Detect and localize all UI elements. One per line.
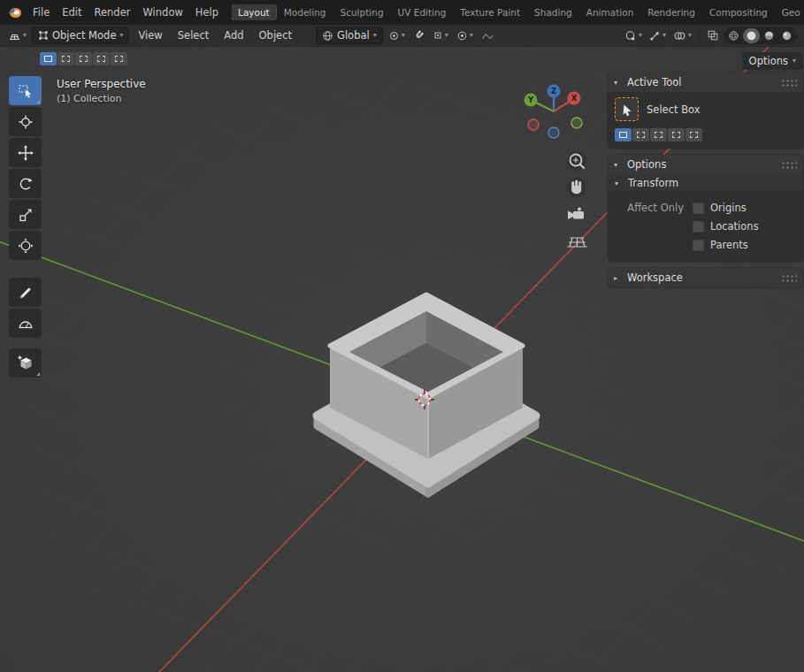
transform-orientation-selector[interactable]: Global ▾ [316,27,383,44]
select-box-icon [17,82,34,100]
tab-geometry-nodes[interactable]: Geo [776,4,800,20]
panel-options-header[interactable]: ▾ Options [608,155,803,174]
menu-help[interactable]: Help [189,4,225,21]
pan-hand-button[interactable] [571,180,581,195]
panel-options: ▾ Options ▾ Transform Affect Only Origin… [608,155,803,262]
gizmo-y-neg-axis[interactable] [571,118,582,128]
tab-sculpting[interactable]: Sculpting [334,4,390,20]
checkbox-locations[interactable] [693,221,704,233]
tool-measure[interactable] [9,309,42,338]
shading-wireframe-button[interactable] [725,28,742,43]
tool-cursor[interactable] [9,107,42,136]
menu-view[interactable]: View [132,27,168,44]
collapse-caret-icon: ▾ [615,179,623,187]
snap-settings-button[interactable]: ▾ [430,28,451,42]
gizmos-toggle[interactable]: ▾ [647,28,669,43]
select-mode-set[interactable] [615,128,632,141]
panel-drag-handle[interactable] [781,161,797,169]
tab-uv-editing[interactable]: UV Editing [392,4,453,20]
menu-add[interactable]: Add [218,27,249,44]
tab-rendering[interactable]: Rendering [641,4,701,20]
select-mode-subtract[interactable] [650,128,667,141]
select-mode-invert[interactable] [668,128,685,141]
top-menu-bar: File Edit Render Window Help Layout Mode… [0,0,804,25]
pivot-point-icon [388,30,400,42]
panel-active-tool: ▾ Active Tool Select Box [608,73,803,149]
menu-render[interactable]: Render [88,4,137,21]
select-mode-intersect[interactable] [685,128,702,141]
gizmo-z-neg-axis[interactable] [548,127,559,138]
active-tool-button[interactable] [615,97,639,121]
editor-type-button[interactable]: ▾ [5,28,29,43]
checkbox-origins-label: Origins [710,202,747,214]
gizmo-arrow-icon [649,30,661,42]
tool-options-button[interactable]: Options ▾ [742,52,803,70]
transform-subpanel-header[interactable]: ▾ Transform [608,174,803,192]
select-mode-subtract[interactable] [75,52,92,65]
rendered-sphere-icon [781,30,793,42]
tool-transform[interactable] [9,231,42,260]
tool-add-cube[interactable] [9,348,42,378]
menu-file[interactable]: File [27,4,56,21]
tool-select-box[interactable] [9,76,42,105]
menu-object[interactable]: Object [253,27,298,44]
blender-logo-icon[interactable] [4,4,25,21]
panel-drag-handle[interactable] [781,79,797,87]
proportional-editing-toggle[interactable]: ▾ [454,28,476,43]
tab-compositing[interactable]: Compositing [703,4,774,20]
xray-icon [707,29,719,42]
object-visibility-dropdown[interactable]: ▾ [622,28,645,43]
tool-annotate[interactable] [9,278,42,307]
wireframe-sphere-icon [728,30,739,42]
checkbox-parents[interactable] [693,240,704,251]
tab-modeling[interactable]: Modeling [278,4,333,20]
select-mode-intersect[interactable] [111,52,127,65]
mode-selector-label: Object Mode [52,29,116,42]
object-mode-icon [38,30,49,41]
tool-scale[interactable] [9,200,42,229]
collapse-caret-icon: ▾ [614,79,622,87]
proportional-falloff-button[interactable] [479,28,497,43]
snap-toggle[interactable] [410,27,427,43]
select-mode-extend[interactable] [632,128,649,141]
pivot-point-button[interactable]: ▾ [386,28,408,43]
select-mode-extend[interactable] [57,52,74,65]
move-tool-icon [17,144,34,162]
tab-texture-paint[interactable]: Texture Paint [454,4,526,20]
annotate-pen-icon [17,284,34,302]
shading-material-button[interactable] [761,28,777,43]
menu-edit[interactable]: Edit [56,4,88,21]
tab-shading[interactable]: Shading [528,4,578,20]
panel-active-tool-header[interactable]: ▾ Active Tool [608,73,803,92]
rotate-tool-icon [17,175,34,193]
viewport-header: ▾ Object Mode ▾ View Select Add Object G… [0,25,804,47]
add-cube-icon [17,355,34,372]
select-mode-invert[interactable] [93,52,110,65]
tab-animation[interactable]: Animation [580,4,640,20]
viewport-info-text: User Perspective (1) Collection [57,76,146,107]
menu-window[interactable]: Window [136,4,188,21]
gizmo-x-neg-axis[interactable] [528,119,539,130]
viewport-header-right: ▾ ▾ ▾ [622,27,799,44]
mode-selector[interactable]: Object Mode ▾ [32,27,129,44]
tool-move[interactable] [9,138,42,167]
tool-rotate[interactable] [9,169,42,198]
tab-layout[interactable]: Layout [232,4,276,20]
menu-select[interactable]: Select [172,27,215,44]
snap-target-icon [433,30,443,41]
panel-workspace-header[interactable]: ▸ Workspace [608,268,803,287]
xray-toggle[interactable] [704,27,722,43]
checkbox-origins[interactable] [693,202,704,214]
active-tool-name: Select Box [647,103,701,116]
transform-tool-icon [17,237,34,255]
proportional-editing-icon [456,30,468,42]
panel-options-title: Options [627,158,666,171]
shading-solid-button[interactable] [743,28,760,43]
panel-drag-handle[interactable] [781,274,797,282]
shading-rendered-button[interactable] [778,28,795,43]
affect-only-label: Affect Only [615,202,693,214]
overlays-toggle[interactable]: ▾ [670,28,694,43]
select-mode-set[interactable] [40,52,57,65]
editor-3d-viewport-icon [8,30,21,42]
orientation-label: Global [337,29,370,42]
